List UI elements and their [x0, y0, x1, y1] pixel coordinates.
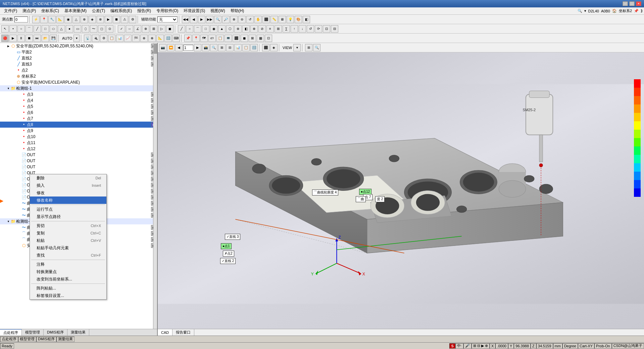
- tb-sym[interactable]: ⊞: [150, 25, 157, 33]
- tb-btn-2[interactable]: 📍: [40, 16, 48, 23]
- tb3-4[interactable]: ⏹: [26, 35, 33, 42]
- vp-btn-7[interactable]: ⊞: [218, 44, 226, 51]
- tb3-25[interactable]: 💻: [225, 35, 232, 42]
- tb3-5[interactable]: ⏭: [34, 35, 41, 42]
- ctx-change-coord[interactable]: 改变到当前坐标系...: [30, 275, 106, 283]
- tb3-19[interactable]: ⌨: [172, 35, 180, 42]
- tb3-12[interactable]: 📊: [116, 35, 123, 42]
- tb-geo2-19[interactable]: ⊡: [323, 25, 330, 33]
- left-tab-program[interactable]: 点处程序: [0, 329, 22, 336]
- vp-btn-15[interactable]: 🔍: [313, 44, 320, 51]
- ctx-array-paste[interactable]: 阵列粘贴...: [30, 285, 106, 292]
- tb-surface[interactable]: ◻: [98, 25, 105, 33]
- tb-btn-4[interactable]: 📐: [56, 16, 64, 23]
- tb3-11[interactable]: 📋: [108, 35, 115, 42]
- tb3-23[interactable]: 🏷: [208, 35, 216, 42]
- ctx-rename[interactable]: 修改名称: [30, 197, 106, 204]
- tb3-29[interactable]: ▦: [257, 35, 264, 42]
- vp-tab-report[interactable]: 报告窗口: [172, 329, 194, 336]
- tree-item-safety1[interactable]: ▶ ⬡ 安全平面(ZDIR,55.5240,ZDIR,55.5240,ON) ▶: [0, 43, 157, 49]
- tree-item-out2[interactable]: 📄 OUT ▶: [0, 158, 157, 164]
- vp-btn-5[interactable]: 📸: [202, 44, 209, 51]
- status-dmis[interactable]: DMIS程序: [36, 337, 56, 342]
- tb-nav-3[interactable]: ▶: [198, 16, 205, 23]
- tb-btn-7[interactable]: ⊕: [81, 16, 88, 23]
- tb3-3[interactable]: ⏸: [17, 35, 25, 42]
- tb3-22[interactable]: 🗺: [200, 35, 208, 42]
- tb3-16[interactable]: ⊗: [148, 35, 156, 42]
- tb-btn-13[interactable]: ⚙: [129, 16, 136, 23]
- vp-btn-2[interactable]: ⏪: [167, 44, 175, 51]
- tb-geo2-7[interactable]: ⬡: [226, 25, 234, 33]
- ctx-comment[interactable]: 注释: [30, 261, 106, 268]
- tree-item-out1[interactable]: 📄 OUT ▶: [0, 152, 157, 158]
- tb-nav-1[interactable]: ◀◀: [182, 16, 189, 23]
- tb-geo2-3[interactable]: ⌒: [194, 25, 201, 33]
- tb-nav-2[interactable]: ◀: [190, 16, 197, 23]
- tb-btn-10[interactable]: ▶: [105, 16, 112, 23]
- tb-geo2-16[interactable]: ↓: [299, 25, 306, 33]
- tb3-9[interactable]: 🔌: [92, 35, 99, 42]
- ctx-label-settings[interactable]: 标签项目设置...: [30, 292, 106, 299]
- tree-item-point9[interactable]: • 点9: [0, 128, 157, 134]
- vp-btn-13[interactable]: ◈: [270, 44, 278, 51]
- tb3-10[interactable]: ⚙: [100, 35, 107, 42]
- scrollbar-thumb[interactable]: [154, 44, 157, 54]
- menu-file[interactable]: 文件(F): [1, 7, 20, 14]
- left-tab-model[interactable]: 模型管理: [22, 329, 44, 336]
- tb-btn-3[interactable]: 🔧: [48, 16, 56, 23]
- tb-btn-9[interactable]: ⊗: [97, 16, 104, 23]
- tree-item-out3[interactable]: 📄 OUT ▶: [0, 164, 157, 170]
- tb-geo2-14[interactable]: ∑: [283, 25, 290, 33]
- vp-btn-11[interactable]: 🔢: [250, 44, 258, 51]
- tb-geo2-20[interactable]: ⊟: [331, 25, 338, 33]
- tb-geo2-12[interactable]: ≡: [266, 25, 274, 33]
- minimize-button[interactable]: ─: [623, 1, 628, 6]
- ctx-insert[interactable]: 插入 Insert: [30, 182, 106, 189]
- tree-item-plane2[interactable]: ▭ 平面2 ▶: [0, 49, 157, 55]
- tb3-18[interactable]: 🔢: [164, 35, 172, 42]
- menu-software[interactable]: 专用软件(O): [154, 7, 181, 14]
- menu-help[interactable]: 帮助(H): [228, 7, 247, 14]
- tb-light[interactable]: 💡: [287, 16, 294, 23]
- vp-btn-10[interactable]: 📋: [242, 44, 250, 51]
- menu-tolerance[interactable]: 公差(T): [89, 7, 108, 14]
- tree-item-point11[interactable]: • 点11: [0, 140, 157, 146]
- tb3-14[interactable]: 🏁: [132, 35, 140, 42]
- ctx-copy[interactable]: 复制 Ctrl+C: [30, 229, 106, 237]
- menu-report[interactable]: 报告(R): [135, 7, 154, 14]
- tb-measure[interactable]: 📏: [270, 16, 278, 23]
- tb-line[interactable]: ╱: [34, 25, 41, 33]
- tb-pos[interactable]: ⊕: [142, 25, 149, 33]
- maximize-button[interactable]: □: [629, 1, 635, 6]
- tb-geo2-11[interactable]: ⊘: [258, 25, 266, 33]
- tree-item-line3[interactable]: ╱ 直线3 ▶: [0, 61, 157, 67]
- tb-cylinder[interactable]: ⬭: [50, 25, 57, 33]
- tb-plane[interactable]: ▭: [74, 25, 81, 33]
- menu-env[interactable]: 环境设置(S): [181, 7, 208, 14]
- tb3-8[interactable]: 📡: [84, 35, 91, 42]
- tree-item-point5[interactable]: • 点5 ▶: [0, 103, 157, 110]
- tb-cone[interactable]: △: [58, 25, 65, 33]
- tb-stop[interactable]: ◼: [166, 25, 174, 33]
- menu-point[interactable]: 测点(P): [20, 7, 39, 14]
- vp-tab-cad[interactable]: CAD: [158, 329, 172, 336]
- vp-btn-6[interactable]: 🔍: [210, 44, 217, 51]
- menu-program[interactable]: 编程系统(E): [108, 7, 135, 14]
- view-dropdown[interactable]: ▾: [293, 44, 301, 51]
- vp-btn-8[interactable]: ⊟: [226, 44, 234, 51]
- vp-btn-4[interactable]: ▶: [194, 44, 201, 51]
- tb-rotate[interactable]: ↺: [246, 16, 254, 23]
- tb3-28[interactable]: ⊠: [249, 35, 256, 42]
- tree-item-point7[interactable]: • 点7 ▶: [0, 116, 157, 122]
- tree-item-coord2[interactable]: ⊕ 坐标系2: [0, 73, 157, 79]
- ctx-delete[interactable]: 删除 Del: [30, 174, 106, 182]
- tb-btn-1[interactable]: ⚡: [32, 16, 40, 23]
- tb-btn-5[interactable]: ◉: [64, 16, 72, 23]
- tb-geo2-10[interactable]: ⊗: [250, 25, 258, 33]
- tb-shade[interactable]: ◧: [303, 16, 310, 23]
- tb-zoom-4[interactable]: ⊖: [238, 16, 246, 23]
- tb-zoom-1[interactable]: 🔍: [214, 16, 221, 23]
- tb3-30[interactable]: ⊡: [265, 35, 272, 42]
- tb-btn-12[interactable]: ⚠: [121, 16, 128, 23]
